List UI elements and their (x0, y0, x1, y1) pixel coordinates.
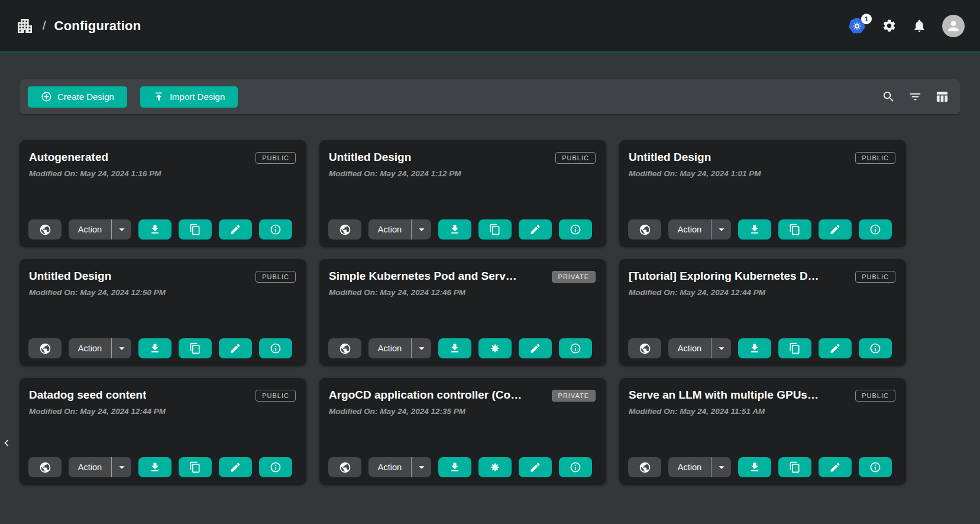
create-design-button[interactable]: Create Design (28, 86, 127, 108)
notifications-bell-icon[interactable] (912, 18, 927, 33)
action-split-button[interactable]: Action (668, 219, 731, 240)
user-avatar[interactable] (942, 15, 965, 37)
info-button[interactable] (559, 457, 592, 477)
info-button[interactable] (859, 457, 892, 477)
globe-icon (639, 342, 651, 355)
apartment-icon[interactable] (15, 17, 34, 35)
action-split-button[interactable]: Action (368, 457, 431, 477)
import-design-button[interactable]: Import Design (140, 86, 238, 108)
pattern-button[interactable] (478, 338, 512, 358)
design-card: Datadog seed content PUBLIC Modified On:… (20, 378, 306, 485)
action-button[interactable]: Action (368, 457, 411, 477)
copy-button[interactable] (778, 457, 811, 477)
action-button[interactable]: Action (69, 457, 111, 477)
visibility-globe-button[interactable] (328, 457, 361, 477)
download-button[interactable] (438, 338, 471, 358)
copy-button[interactable] (179, 457, 212, 477)
visibility-globe-button[interactable] (628, 219, 661, 240)
action-dropdown-toggle[interactable] (111, 219, 131, 240)
action-button[interactable]: Action (368, 219, 411, 240)
filter-icon[interactable] (908, 90, 922, 103)
download-button[interactable] (738, 219, 771, 240)
action-dropdown-toggle[interactable] (411, 338, 431, 358)
copy-button[interactable] (778, 338, 811, 358)
download-button[interactable] (738, 457, 771, 477)
kubernetes-badge-count: 1 (861, 14, 872, 24)
search-icon[interactable] (882, 90, 895, 103)
action-split-button[interactable]: Action (69, 457, 131, 477)
download-button[interactable] (138, 338, 172, 358)
action-button-label: Action (378, 225, 402, 234)
visibility-globe-button[interactable] (628, 457, 661, 477)
info-button[interactable] (859, 219, 892, 240)
edit-button[interactable] (519, 338, 552, 358)
info-button[interactable] (559, 338, 592, 358)
action-dropdown-toggle[interactable] (111, 338, 131, 358)
copy-button[interactable] (478, 219, 512, 240)
dropdown-caret-icon (115, 342, 128, 355)
action-dropdown-toggle[interactable] (711, 219, 731, 240)
chevron-left-icon (0, 435, 13, 451)
copy-icon (789, 224, 801, 235)
edit-button[interactable] (219, 219, 252, 240)
edit-button[interactable] (819, 457, 852, 477)
edit-button[interactable] (519, 219, 552, 240)
edit-button[interactable] (519, 457, 552, 477)
edit-pencil-icon (829, 342, 841, 354)
action-dropdown-toggle[interactable] (111, 457, 131, 477)
download-button[interactable] (138, 219, 172, 240)
action-dropdown-toggle[interactable] (711, 457, 731, 477)
sidebar-collapse-button[interactable] (0, 434, 13, 452)
action-split-button[interactable]: Action (69, 338, 131, 358)
card-action-row: Action (28, 457, 297, 477)
action-button-label: Action (678, 225, 701, 234)
edit-button[interactable] (819, 219, 852, 240)
info-button[interactable] (859, 338, 892, 358)
action-button[interactable]: Action (69, 219, 111, 240)
action-split-button[interactable]: Action (368, 219, 431, 240)
visibility-badge: PUBLIC (855, 152, 895, 164)
info-button[interactable] (559, 219, 592, 240)
edit-button[interactable] (819, 338, 852, 358)
download-button[interactable] (438, 457, 471, 477)
settings-gear-icon[interactable] (882, 18, 897, 33)
copy-button[interactable] (179, 219, 212, 240)
action-split-button[interactable]: Action (368, 338, 431, 358)
action-button[interactable]: Action (69, 338, 111, 358)
dropdown-caret-icon (715, 342, 728, 355)
visibility-globe-button[interactable] (628, 338, 661, 358)
copy-button[interactable] (179, 338, 212, 358)
action-dropdown-toggle[interactable] (711, 338, 731, 358)
visibility-globe-button[interactable] (28, 338, 62, 358)
info-button[interactable] (259, 219, 292, 240)
download-button[interactable] (138, 457, 172, 477)
visibility-globe-button[interactable] (28, 219, 62, 240)
pattern-button[interactable] (478, 457, 512, 477)
action-dropdown-toggle[interactable] (411, 457, 431, 477)
visibility-globe-button[interactable] (328, 219, 361, 240)
action-split-button[interactable]: Action (668, 457, 731, 477)
download-button[interactable] (438, 219, 471, 240)
dropdown-caret-icon (415, 461, 428, 474)
table-view-icon[interactable] (935, 90, 949, 103)
action-split-button[interactable]: Action (69, 219, 131, 240)
visibility-globe-button[interactable] (328, 338, 361, 358)
action-button[interactable]: Action (668, 457, 711, 477)
copy-icon (189, 461, 201, 473)
action-button[interactable]: Action (668, 338, 711, 358)
action-button[interactable]: Action (368, 338, 411, 358)
edit-button[interactable] (219, 338, 252, 358)
visibility-globe-button[interactable] (28, 457, 62, 477)
action-dropdown-toggle[interactable] (411, 219, 431, 240)
copy-icon (789, 342, 801, 354)
action-button-label: Action (678, 462, 701, 472)
globe-icon (639, 224, 651, 236)
kubernetes-context-button[interactable]: 1 (849, 18, 866, 34)
info-button[interactable] (259, 457, 292, 477)
action-split-button[interactable]: Action (668, 338, 731, 358)
action-button[interactable]: Action (668, 219, 711, 240)
download-button[interactable] (738, 338, 771, 358)
edit-button[interactable] (219, 457, 252, 477)
info-button[interactable] (259, 338, 292, 358)
copy-button[interactable] (778, 219, 811, 240)
